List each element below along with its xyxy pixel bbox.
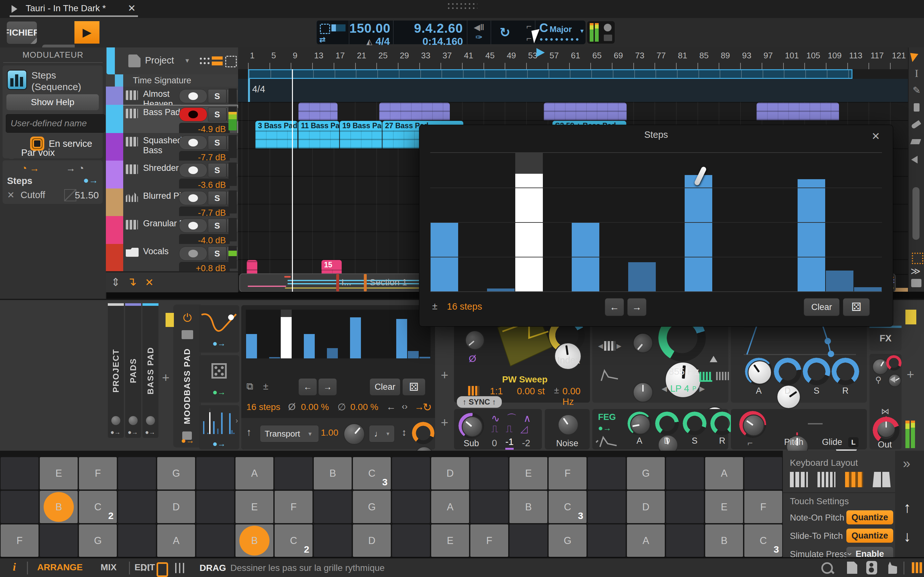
octave-up-icon[interactable]: ↑ [903,499,911,516]
overview-marker[interactable] [364,274,367,292]
pad-cell-empty[interactable] [275,457,312,490]
ruler-number[interactable]: 113 [849,51,863,61]
clip-almost-heaven[interactable] [379,103,450,120]
pad-cell-empty[interactable] [1,457,39,490]
ruler-number[interactable]: 49 [507,51,516,61]
record-arm-button[interactable] [179,89,207,103]
pad-cell[interactable]: A [705,457,743,490]
record-arm-button[interactable] [179,135,207,150]
clip-almost-heaven[interactable] [298,103,338,120]
pad-cell-empty[interactable] [666,524,704,557]
randomize-button[interactable]: ⚄ [402,378,425,396]
ruler-number[interactable]: 21 [357,51,367,61]
osc-ratio[interactable]: 1:1 [490,386,503,396]
dialog-randomize-button[interactable]: ⚄ [843,298,870,316]
ruler-number[interactable]: 93 [742,51,751,61]
playstart-marker[interactable] [536,48,545,57]
pad-cell-empty[interactable] [118,491,156,523]
shift-left-button[interactable]: ← [298,378,317,396]
mixer-mode-icon[interactable] [175,563,186,573]
sub-knob[interactable] [462,416,483,437]
ruler-number[interactable]: 101 [785,51,799,61]
pad-cell[interactable]: C3 [549,491,586,523]
grid-mode-icon[interactable] [140,564,150,572]
pad-cell-empty[interactable] [470,491,508,523]
pad-cell[interactable]: E [705,491,743,523]
loop-display[interactable]: ↻ ⌐ ⌐ [491,21,535,44]
track-row[interactable]: Squashed BassSM-7.7 dB [106,133,238,161]
solo-button[interactable]: S [208,163,226,177]
close-project-icon[interactable]: ✕ [128,3,136,14]
time-signature-lane[interactable]: 4/4 [238,79,908,103]
master-color-strip[interactable] [107,47,115,74]
step-bar[interactable] [515,174,543,292]
panel-settings-icon[interactable] [911,279,921,287]
project-selector[interactable]: Project [145,55,174,66]
pad-cell[interactable]: D [157,491,195,523]
clock-mode-select[interactable]: Transport ▾ [260,425,319,442]
step-bar[interactable] [203,421,204,434]
solo-button[interactable]: S [208,89,226,103]
keyboard-toggle-icon[interactable] [912,562,923,573]
pad-cell[interactable]: A [431,491,469,523]
expand-icons-icon[interactable]: ≫ [911,266,921,277]
sub-octave--2[interactable]: -2 [522,438,530,448]
time-select-tool-icon[interactable]: I [911,68,922,79]
pad-cell-empty[interactable] [196,457,234,490]
step-bar[interactable] [350,318,361,358]
pad-keyboard[interactable]: EFGABC3DEFGABC2DEFGABC3DEFFGABC2DEFGABC3 [0,451,783,557]
ruler-number[interactable]: 5 [271,51,276,61]
sub-octave--1[interactable]: -1 [505,437,514,450]
metronome-icon[interactable]: ◭ [367,37,372,46]
record-arm-button[interactable] [179,107,207,121]
playhead[interactable] [292,69,293,292]
steps-out-icon[interactable]: ●→ [199,439,239,449]
pad-cell-empty[interactable] [588,457,626,490]
track-volume[interactable]: -4.9 dB [179,123,230,134]
clip-bass-pad[interactable]: 11 Bass Pad [298,121,339,148]
ruler-number[interactable]: 89 [720,51,730,61]
ruler-number[interactable]: 9 [292,51,297,61]
device-preset-folder-icon[interactable] [182,330,193,339]
play-dir-left-icon[interactable]: ← [386,401,396,412]
pad-cell-empty[interactable] [118,457,156,490]
device-tab-bass-pad[interactable]: BASS PAD●→ [142,303,158,438]
overview-marker[interactable] [336,274,339,292]
solo-button[interactable]: S [208,107,226,121]
track-color[interactable] [106,161,123,189]
filter-keytrack-icon[interactable]: ◀ ▶ [598,341,622,351]
follow-playhead-icon[interactable]: ↴ [127,275,137,288]
step-bar[interactable] [396,319,407,358]
ruler-number[interactable]: 45 [485,51,495,61]
pad-cell[interactable]: F [744,491,782,523]
glide-legato-badge[interactable]: L [848,437,859,448]
ruler-number[interactable]: 61 [571,51,580,61]
record-arm-button[interactable] [179,219,207,233]
solo-button[interactable]: S [208,135,226,150]
humanize-value[interactable]: 0.00 % [351,402,378,412]
ruler-number[interactable]: 77 [656,51,666,61]
dialog-clear-button[interactable]: Clear [804,298,840,316]
remove-mapping-icon[interactable]: ✕ [7,190,15,200]
add-fx-icon[interactable]: + [907,367,914,382]
setting-button-simulate-pressure[interactable]: Enable [846,547,893,557]
rate-value[interactable]: 1.00 [321,428,338,438]
pad-cell[interactable]: G [353,491,391,523]
record-arm-button[interactable] [179,163,207,177]
pad-cell-empty[interactable] [196,491,234,523]
time-signature-row[interactable]: Time Signature [106,74,238,87]
step-bar[interactable] [246,334,257,358]
pad-cell-empty[interactable] [392,491,430,523]
amount-bipolar-icon[interactable]: ↕ [402,427,407,438]
mod-target-icon[interactable]: → ◔ [66,163,84,174]
pad-cell[interactable]: B [236,524,273,557]
pad-cell-empty[interactable] [588,524,626,557]
wavetable-name[interactable]: PW Sweep [502,374,548,385]
track-volume[interactable]: -7.7 dB [179,206,230,217]
ruler-number[interactable]: 117 [871,51,884,61]
pad-cell-empty[interactable] [314,491,352,523]
step-bar[interactable] [281,317,292,358]
noise-knob[interactable] [557,414,579,435]
setting-button-slide-to-pitch[interactable]: Quantize [846,529,893,543]
pad-cell[interactable]: E [431,524,469,557]
